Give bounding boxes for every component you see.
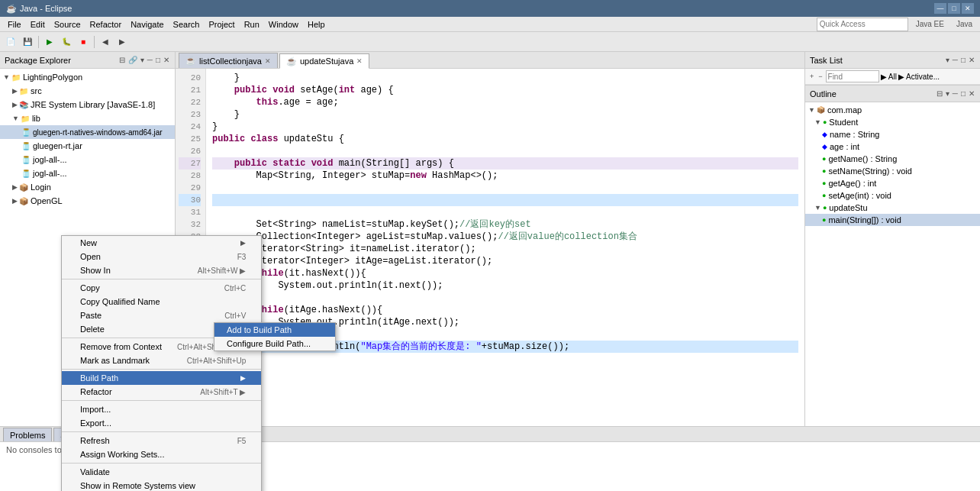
editor-tab-update-stu[interactable]: ☕ updateStujava ✕ [279, 53, 369, 69]
toolbar-separator-2 [94, 36, 95, 48]
menu-item-new[interactable]: New ▶ [62, 236, 261, 250]
outline-item[interactable]: ● getName() : String [805, 153, 980, 165]
remove-task-button[interactable]: − [817, 71, 824, 82]
method-icon: ● [822, 192, 826, 199]
menu-project[interactable]: Project [204, 18, 239, 31]
menu-run[interactable]: Run [240, 18, 264, 31]
toolbar-separator-1 [38, 36, 39, 48]
menu-navigate[interactable]: Navigate [126, 18, 168, 31]
outline-item[interactable]: ● main(String[]) : void [805, 214, 980, 226]
menu-item-copy[interactable]: Copy Ctrl+C [62, 281, 261, 295]
maximize-button[interactable]: □ [948, 3, 960, 14]
line-num: 22 [179, 96, 201, 108]
code-line [212, 145, 798, 157]
menu-item-label: Refactor [80, 387, 112, 396]
editor-tab-list-collection[interactable]: ☕ listCollectionjava ✕ [179, 53, 278, 68]
menu-item-copy-qualified[interactable]: Copy Qualified Name [62, 295, 261, 308]
menu-item-export[interactable]: Export... [62, 416, 261, 430]
outline-item[interactable]: ● getAge() : int [805, 177, 980, 189]
menu-item-paste[interactable]: Paste Ctrl+V [62, 308, 261, 322]
view-menu-icon[interactable]: ▾ [945, 55, 950, 65]
line-num: 29 [179, 182, 201, 194]
menu-source[interactable]: Source [50, 18, 85, 31]
outline-item[interactable]: ▼ ● updateStu [805, 202, 980, 214]
debug-button[interactable]: 🐛 [59, 34, 74, 50]
menu-edit[interactable]: Edit [26, 18, 50, 31]
add-task-button[interactable]: + [808, 71, 815, 82]
submenu-item-add-to-build-path[interactable]: Add to Build Path [214, 323, 335, 337]
outline-item[interactable]: ◆ name : String [805, 128, 980, 141]
minimize-button[interactable]: — [934, 3, 946, 14]
close-icon[interactable]: ✕ [968, 55, 975, 65]
submenu-item-configure-build-path[interactable]: Configure Build Path... [214, 337, 335, 350]
menu-bar: File Edit Source Refactor Navigate Searc… [0, 17, 980, 32]
perspective-java-ee[interactable]: Java EE [911, 18, 949, 30]
outline-label: getName() : String [828, 154, 897, 163]
menu-item-validate[interactable]: Validate [62, 465, 261, 479]
quick-access-input[interactable] [817, 18, 908, 31]
line-num: 30 [179, 194, 201, 206]
minimize-icon[interactable]: ─ [952, 89, 959, 99]
save-button[interactable]: 💾 [20, 34, 35, 50]
collapse-all-icon[interactable]: ⊟ [936, 89, 943, 99]
menu-item-assign-working-sets[interactable]: Assign Working Sets... [62, 447, 261, 461]
menu-item-label: Open [80, 252, 101, 261]
tab-close-icon[interactable]: ✕ [265, 57, 271, 65]
new-button[interactable]: 📄 [3, 34, 18, 50]
close-icon[interactable]: ✕ [968, 89, 975, 99]
activate-label[interactable]: ▶ Activate... [898, 73, 940, 81]
menu-item-label: Show In [80, 266, 111, 275]
task-toolbar: + − ▶ All ▶ Activate... [805, 69, 980, 85]
menu-window[interactable]: Window [264, 18, 303, 31]
stop-button[interactable]: ■ [76, 34, 91, 50]
menu-file[interactable]: File [3, 18, 26, 31]
code-line: Iterator<Integer> itAge=ageList.iterator… [212, 255, 798, 267]
minimize-icon[interactable]: ─ [952, 55, 959, 65]
menu-refactor[interactable]: Refactor [85, 18, 127, 31]
outline-label: getAge() : int [828, 179, 876, 188]
menu-item-label: New [80, 238, 97, 247]
code-line [212, 206, 798, 218]
forward-button[interactable]: ▶ [114, 34, 130, 50]
shortcut-label: Alt+Shift+T ▶ [200, 388, 246, 396]
menu-help[interactable]: Help [303, 18, 330, 31]
code-line: Map<String, Integer> stuMap=new HashMap<… [212, 170, 798, 182]
code-line: } [212, 108, 798, 121]
shortcut-label: F5 [237, 437, 247, 445]
tab-icon: ☕ [185, 56, 196, 66]
run-button[interactable]: ▶ [42, 34, 57, 50]
back-button[interactable]: ◀ [98, 34, 113, 50]
code-line [212, 194, 798, 206]
perspective-java[interactable]: Java [952, 18, 977, 30]
code-line: } [212, 292, 798, 304]
tab-icon: ☕ [286, 57, 297, 66]
menu-item-open[interactable]: Open F3 [62, 250, 261, 263]
maximize-icon[interactable]: □ [960, 55, 966, 65]
menu-search[interactable]: Search [169, 18, 205, 31]
menu-item-refresh[interactable]: Refresh F5 [62, 434, 261, 447]
menu-item-import[interactable]: Import... [62, 402, 261, 416]
menu-separator [62, 369, 261, 370]
outline-item[interactable]: ● setAge(int) : void [805, 189, 980, 202]
tab-close-icon[interactable]: ✕ [356, 57, 363, 65]
menu-item-mark-landmark[interactable]: Mark as Landmark Ctrl+Alt+Shift+Up [62, 354, 261, 367]
menu-item-show-remote[interactable]: Show in Remote Systems view [62, 479, 261, 491]
menu-item-show-in[interactable]: Show In Alt+Shift+W ▶ [62, 263, 261, 277]
field-icon: ◆ [822, 143, 827, 150]
menu-separator [62, 279, 261, 279]
all-label[interactable]: ▶ All [881, 73, 897, 81]
menu-item-refactor[interactable]: Refactor Alt+Shift+T ▶ [62, 385, 261, 399]
outline-item[interactable]: ▼ ● Student [805, 116, 980, 128]
menu-separator [62, 431, 261, 432]
menu-item-build-path[interactable]: Build Path ▶ [62, 371, 261, 385]
maximize-icon[interactable]: □ [960, 89, 966, 99]
outline-item[interactable]: ● setName(String) : void [805, 165, 980, 177]
outline-item[interactable]: ◆ age : int [805, 141, 980, 153]
close-button[interactable]: ✕ [962, 3, 974, 14]
outline-label: main(String[]) : void [828, 215, 901, 225]
menu-item-label: Copy [80, 283, 100, 292]
view-menu-icon[interactable]: ▾ [945, 89, 950, 99]
task-find-input[interactable] [826, 70, 879, 82]
menu-item-label: Paste [80, 311, 102, 320]
outline-item[interactable]: ▼ 📦 com.map [805, 104, 980, 116]
